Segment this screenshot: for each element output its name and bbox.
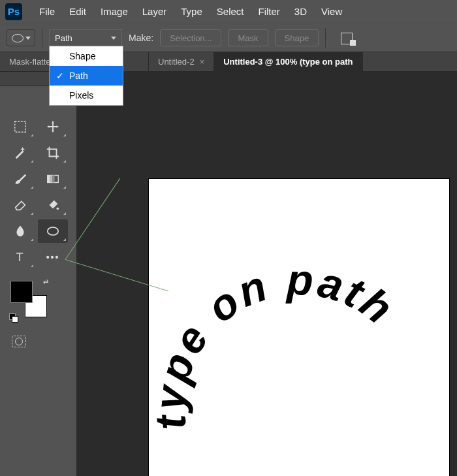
make-shape-button[interactable]: Shape (275, 29, 319, 46)
close-icon[interactable]: × (200, 57, 205, 67)
paint-bucket-tool[interactable] (38, 193, 68, 217)
workspace: << (0, 72, 457, 476)
eraser-tool[interactable] (5, 193, 35, 217)
menu-bar: Ps File Edit Image Layer Type Select Fil… (0, 0, 457, 24)
mode-option-path[interactable]: Path (50, 66, 123, 86)
tools-panel: << (0, 72, 77, 476)
svg-point-5 (57, 208, 59, 210)
canvas-area[interactable]: type on path (77, 72, 457, 476)
menu-filter[interactable]: Filter (259, 6, 280, 17)
ellipse-tool-icon (46, 224, 60, 238)
new-layer-icon[interactable] (339, 31, 356, 45)
brush-tool[interactable] (5, 167, 35, 191)
type-tool[interactable]: T (5, 246, 35, 269)
make-mask-button[interactable]: Mask (228, 29, 268, 46)
marquee-tool[interactable] (5, 115, 35, 138)
mode-option-shape[interactable]: Shape (50, 46, 123, 66)
tool-mode-select[interactable]: Path Shape Path Pixels (49, 29, 122, 46)
svg-text:type on path: type on path (145, 255, 404, 432)
crop-tool-icon (46, 146, 60, 160)
menu-edit[interactable]: Edit (69, 6, 86, 17)
chevron-down-icon (25, 37, 31, 40)
eraser-tool-icon (13, 198, 27, 212)
brush-tool-icon (13, 172, 27, 186)
document-tab-label: Mask-flatte (9, 57, 51, 67)
color-swatches[interactable]: ⇄ (10, 281, 47, 317)
menu-layer[interactable]: Layer (142, 6, 167, 17)
type-tool-icon: T (13, 250, 27, 264)
swap-colors-icon[interactable]: ⇄ (43, 278, 48, 285)
smudge-tool-icon (13, 224, 27, 238)
svg-rect-0 (15, 121, 26, 133)
menu-image[interactable]: Image (101, 6, 128, 17)
tool-grid: T ••• (0, 112, 76, 272)
menu-file[interactable]: File (39, 6, 55, 17)
move-tool-icon (46, 119, 60, 134)
document-canvas[interactable]: type on path (149, 179, 449, 476)
more-tools-icon: ••• (46, 252, 60, 262)
separator (325, 28, 326, 48)
canvas-text: type on path (145, 255, 404, 432)
marquee-tool-icon (13, 119, 27, 134)
options-bar: Path Shape Path Pixels Make: Selection..… (0, 24, 457, 52)
menu-select[interactable]: Select (217, 6, 244, 17)
smudge-tool[interactable] (5, 219, 35, 243)
svg-text:T: T (16, 250, 24, 264)
menu-type[interactable]: Type (181, 6, 202, 17)
quick-mask-toggle[interactable] (12, 336, 26, 347)
document-tab-label: Untitled-2 (158, 57, 195, 67)
default-colors-icon[interactable] (9, 313, 18, 323)
tool-mode-dropdown: Shape Path Pixels (49, 46, 123, 106)
make-label: Make: (129, 33, 153, 43)
magic-wand-tool-icon (13, 146, 27, 160)
tool-mode-value: Path (55, 33, 72, 43)
ellipse-icon (12, 34, 24, 42)
menu-3d[interactable]: 3D (294, 6, 307, 17)
more-tools[interactable]: ••• (38, 246, 68, 269)
magic-wand-tool[interactable] (5, 141, 35, 165)
separator (42, 28, 42, 48)
svg-rect-4 (52, 176, 55, 183)
chevron-down-icon (111, 37, 116, 40)
gradient-tool-icon (46, 172, 60, 186)
document-tab-label: Untitled-3 @ 100% (type on path (223, 57, 353, 67)
current-tool-preset[interactable] (7, 29, 35, 46)
document-tab-active[interactable]: Untitled-3 @ 100% (type on path (214, 52, 362, 71)
app-logo: Ps (5, 3, 22, 20)
document-tab[interactable]: Untitled-2 × (149, 52, 214, 71)
svg-point-6 (48, 227, 59, 235)
make-selection-button[interactable]: Selection... (160, 29, 221, 46)
gradient-tool[interactable] (38, 167, 68, 191)
svg-rect-3 (50, 176, 52, 183)
foreground-color-swatch[interactable] (10, 281, 33, 303)
move-tool[interactable] (38, 115, 68, 138)
paint-bucket-tool-icon (46, 198, 60, 212)
ellipse-tool[interactable] (38, 219, 68, 243)
mode-option-pixels[interactable]: Pixels (50, 86, 123, 105)
svg-rect-2 (48, 176, 50, 183)
crop-tool[interactable] (38, 141, 68, 165)
type-on-path-text: type on path (159, 214, 439, 465)
menu-view[interactable]: View (321, 6, 342, 17)
